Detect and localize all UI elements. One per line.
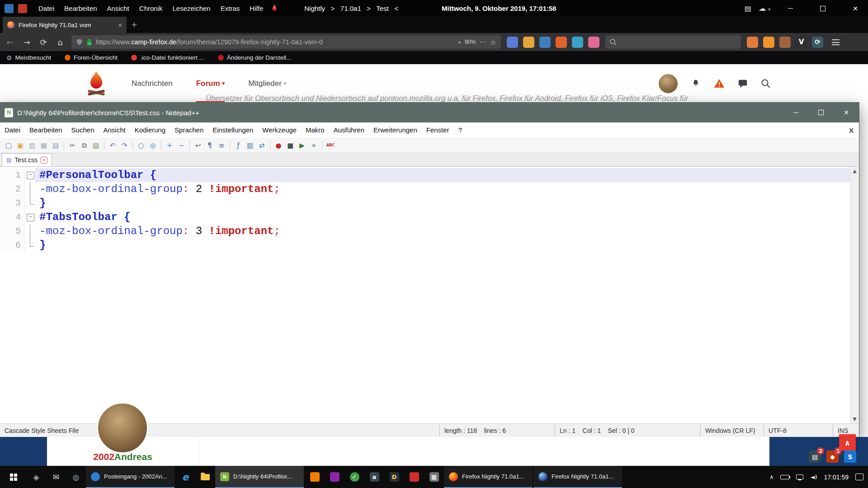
menubar-item-ansicht[interactable]: Ansicht xyxy=(102,0,134,17)
urlbar-dropdown-icon[interactable] xyxy=(458,38,461,46)
extension-icon-9[interactable] xyxy=(779,37,791,48)
forum-username[interactable]: 2002Andreas xyxy=(47,451,198,462)
app-icon-3[interactable]: ✓ xyxy=(344,466,364,488)
user-avatar[interactable] xyxy=(659,74,678,93)
scroll-to-top-button[interactable]: ∧ xyxy=(839,434,856,451)
app-icon-red[interactable] xyxy=(18,4,27,13)
undo-icon[interactable]: ↶ xyxy=(107,140,118,151)
bookmark-item-meistbesucht[interactable]: ⚙Meistbesucht xyxy=(6,54,51,61)
npp-menu-item-bearbeiten[interactable]: Bearbeiten xyxy=(25,122,67,138)
pinned-icon-2[interactable]: ✉ xyxy=(46,466,66,488)
macro-play-icon[interactable]: ▶ xyxy=(297,140,307,151)
search-bar[interactable] xyxy=(605,35,741,49)
extension-icon-7[interactable] xyxy=(747,37,758,48)
npp-menu-item-fenster[interactable]: Fenster xyxy=(422,122,454,138)
scroll-down-icon[interactable]: ▼ xyxy=(853,416,856,422)
npp-minimize-button[interactable] xyxy=(783,104,808,121)
npp-menu-item-makro[interactable]: Makro xyxy=(301,122,329,138)
find-icon[interactable]: ○ xyxy=(136,140,146,151)
npp-menu-item--[interactable]: ? xyxy=(454,122,467,138)
app-icon-7[interactable]: ▦ xyxy=(424,466,444,488)
task-thunderbird[interactable]: Posteingang - 2002An... xyxy=(86,466,175,488)
scroll-up-icon[interactable]: ▲ xyxy=(853,168,856,174)
pinned-icon-3[interactable]: ◍ xyxy=(66,466,86,488)
sync-icon[interactable]: ⟳ xyxy=(812,37,823,48)
paste-icon[interactable]: ▧ xyxy=(90,140,101,151)
menubar-breadcrumb[interactable]: Nightly > 71.0a1 > Test < xyxy=(304,5,398,12)
bookmark-item--ico-datei-funktioniert-[interactable]: .ico-Datei funktioniert ... xyxy=(131,54,204,61)
home-button[interactable]: ⌂ xyxy=(55,38,66,47)
menubar-item-chronik[interactable]: Chronik xyxy=(134,0,168,17)
npp-menu-item-werkzeuge[interactable]: Werkzeuge xyxy=(258,122,301,138)
word-wrap-icon[interactable]: ↩ xyxy=(193,140,203,151)
notepadpp-titlebar[interactable]: N D:\Nightly 64\Profilordner\chrome\CSS\… xyxy=(0,103,859,122)
shield-icon[interactable] xyxy=(76,38,83,46)
hamburger-menu-icon[interactable] xyxy=(832,39,840,45)
extension-icon-3[interactable] xyxy=(539,37,551,48)
lock-icon[interactable] xyxy=(86,39,92,46)
npp-maximize-button[interactable] xyxy=(808,104,834,121)
alerts-warning-icon[interactable] xyxy=(714,79,725,89)
npp-menu-item-erweiterungen[interactable]: Erweiterungen xyxy=(369,122,422,138)
extension-icon-4[interactable] xyxy=(556,37,567,48)
npp-menu-item-ansicht[interactable]: Ansicht xyxy=(99,122,130,138)
macro-run-multiple-icon[interactable]: » xyxy=(308,140,319,151)
spell-check-icon[interactable]: ABC xyxy=(325,140,336,151)
app-icon-2[interactable] xyxy=(325,466,344,488)
redo-icon[interactable]: ↷ xyxy=(119,140,130,151)
cut-icon[interactable]: ✂ xyxy=(67,140,78,151)
bookmark-item--nderung-der-darstell-[interactable]: Änderung der Darstell... xyxy=(218,54,292,61)
document-map-icon[interactable]: ▥ xyxy=(245,140,255,151)
extension-icon-8[interactable] xyxy=(763,37,774,48)
menubar-item-datei[interactable]: Datei xyxy=(33,0,59,17)
zoom-level[interactable]: 90% xyxy=(465,39,476,45)
notifications-bell-icon[interactable] xyxy=(691,79,701,89)
battery-icon[interactable] xyxy=(780,475,789,479)
messages-chat-icon[interactable] xyxy=(738,79,748,89)
npp-menu-item-sprachen[interactable]: Sprachen xyxy=(170,122,208,138)
extension-icon-1[interactable] xyxy=(507,37,518,48)
print-icon[interactable]: ▤ xyxy=(50,140,61,151)
tray-expand-icon[interactable]: ∧ xyxy=(769,474,774,480)
extension-icon-2[interactable] xyxy=(523,37,534,48)
printer-icon[interactable]: ▤ xyxy=(745,4,751,13)
menubar-item-extras[interactable]: Extras xyxy=(216,0,245,17)
volume-icon[interactable]: ◄) xyxy=(810,474,817,480)
new-tab-button[interactable]: + xyxy=(127,17,142,33)
skype-icon[interactable]: S xyxy=(844,450,856,463)
browser-tab[interactable]: Firefox Nightly 71.0a1 vom × xyxy=(3,17,127,33)
menubar-item-hilfe[interactable]: Hilfe xyxy=(245,0,268,17)
forward-button[interactable]: → xyxy=(21,38,32,47)
bookmark-item-foren-bersicht[interactable]: Foren-Übersicht xyxy=(65,54,118,61)
taskbar-clock[interactable]: 17:01:59 xyxy=(824,474,849,481)
task-firefox[interactable]: Firefox Nightly 71.0a1... xyxy=(444,466,533,488)
zoom-out-icon[interactable]: − xyxy=(176,140,187,151)
tray-badge-icon-2[interactable]: ◆1 xyxy=(826,450,839,463)
back-button[interactable]: ← xyxy=(5,38,15,47)
tab-close-icon[interactable]: × xyxy=(118,21,122,29)
macro-stop-icon[interactable]: ■ xyxy=(285,140,296,151)
window-minimize-button[interactable] xyxy=(778,0,803,17)
app-icon-1[interactable] xyxy=(305,466,325,488)
page-actions-icon[interactable] xyxy=(480,38,486,46)
app-icon-6[interactable] xyxy=(404,466,424,488)
campfire-logo[interactable] xyxy=(86,70,107,97)
app-icon-blue[interactable] xyxy=(5,4,14,13)
network-icon[interactable] xyxy=(796,474,803,479)
app-icon-4[interactable]: a xyxy=(364,466,384,488)
menubar-item-bearbeiten[interactable]: Bearbeiten xyxy=(59,0,102,17)
npp-menu-item-ausf-hren[interactable]: Ausführen xyxy=(329,122,369,138)
window-close-button[interactable] xyxy=(843,0,868,17)
extension-icon-6[interactable] xyxy=(588,37,599,48)
editor-scrollbar[interactable]: ▲ ▼ xyxy=(850,167,859,423)
bookmark-star-icon[interactable] xyxy=(490,38,496,47)
copy-icon[interactable]: ⧉ xyxy=(79,140,90,151)
menubar-item-lesezeichen[interactable]: Lesezeichen xyxy=(167,0,215,17)
replace-icon[interactable]: ◎ xyxy=(147,140,158,151)
extension-icon-10[interactable]: V xyxy=(796,37,807,48)
npp-menu-item-einstellungen[interactable]: Einstellungen xyxy=(208,122,258,138)
new-file-icon[interactable]: ▢ xyxy=(3,140,14,151)
npp-menu-item-datei[interactable]: Datei xyxy=(0,122,25,138)
task-edge[interactable]: e xyxy=(175,466,195,488)
forum-user-avatar[interactable] xyxy=(97,403,148,453)
